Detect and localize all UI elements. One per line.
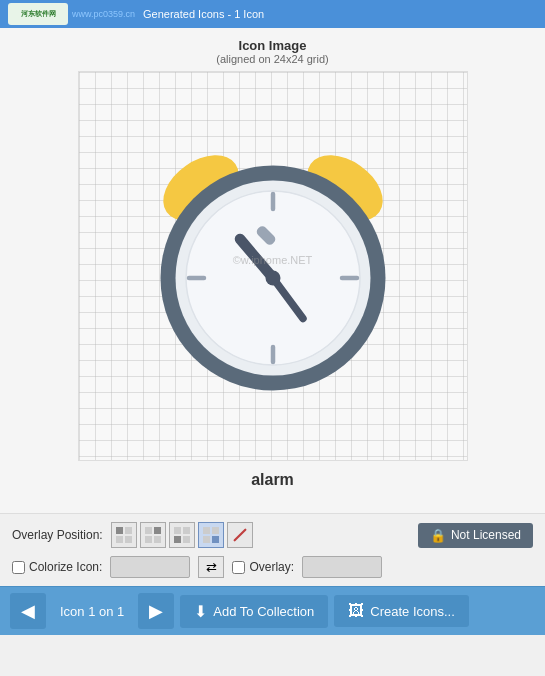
icon-canvas: ©w.iphome.NET (78, 71, 468, 461)
main-content: Icon Image (aligned on 24x24 grid) (0, 28, 545, 513)
svg-rect-17 (116, 536, 123, 543)
svg-rect-23 (174, 527, 181, 534)
svg-rect-27 (203, 527, 210, 534)
colorize-checkbox[interactable] (12, 561, 25, 574)
title-bar: 河东软件网 www.pc0359.cn Generated Icons - 1 … (0, 0, 545, 28)
overlay-checkbox[interactable] (232, 561, 245, 574)
colorize-color-input[interactable] (110, 556, 190, 578)
icon-image-title: Icon Image (216, 38, 329, 53)
icon-image-subtitle: (aligned on 24x24 grid) (216, 53, 329, 65)
pos-top-left-button[interactable] (111, 522, 137, 548)
svg-rect-21 (145, 536, 152, 543)
svg-rect-29 (203, 536, 210, 543)
overlay-position-label: Overlay Position: (12, 528, 103, 542)
icon-image-label: Icon Image (aligned on 24x24 grid) (216, 38, 329, 65)
not-licensed-button[interactable]: 🔒 Not Licensed (418, 523, 533, 548)
url-text: www.pc0359.cn (72, 9, 135, 19)
pos-bottom-left-button[interactable] (169, 522, 195, 548)
svg-rect-16 (125, 527, 132, 534)
overlay-checkbox-label[interactable]: Overlay: (232, 560, 294, 574)
bottom-toolbar: ◀ Icon 1 on 1 ▶ ⬇ Add To Collection 🖼 Cr… (0, 586, 545, 635)
svg-rect-20 (154, 527, 161, 534)
alarm-clock-icon (123, 116, 423, 416)
pos-top-right-button[interactable] (140, 522, 166, 548)
overlay-position-row: Overlay Position: 🔒 (12, 522, 533, 548)
colorize-checkbox-label[interactable]: Colorize Icon: (12, 560, 102, 574)
pos-bottom-right-button[interactable] (198, 522, 224, 548)
create-icon: 🖼 (348, 602, 364, 620)
add-to-collection-button[interactable]: ⬇ Add To Collection (180, 595, 328, 628)
svg-point-9 (265, 271, 280, 286)
svg-rect-18 (125, 536, 132, 543)
svg-rect-19 (145, 527, 152, 534)
svg-rect-24 (183, 527, 190, 534)
icon-counter: Icon 1 on 1 (52, 604, 132, 619)
icon-name: alarm (251, 471, 294, 489)
swap-button[interactable]: ⇄ (198, 556, 224, 578)
colorize-row: Colorize Icon: ⇄ Overlay: (12, 556, 533, 578)
overlay-color-input[interactable] (302, 556, 382, 578)
window-title: Generated Icons - 1 Icon (143, 8, 264, 20)
svg-rect-26 (183, 536, 190, 543)
svg-rect-28 (212, 527, 219, 534)
next-button[interactable]: ▶ (138, 593, 174, 629)
position-buttons (111, 522, 253, 548)
svg-rect-22 (154, 536, 161, 543)
lock-icon: 🔒 (430, 528, 446, 543)
svg-rect-15 (116, 527, 123, 534)
svg-rect-25 (174, 536, 181, 543)
prev-button[interactable]: ◀ (10, 593, 46, 629)
svg-rect-30 (212, 536, 219, 543)
logo: 河东软件网 (8, 3, 68, 25)
download-icon: ⬇ (194, 602, 207, 621)
svg-line-31 (234, 530, 245, 541)
create-icons-button[interactable]: 🖼 Create Icons... (334, 595, 469, 627)
controls-area: Overlay Position: 🔒 (0, 513, 545, 586)
pos-custom-button[interactable] (227, 522, 253, 548)
